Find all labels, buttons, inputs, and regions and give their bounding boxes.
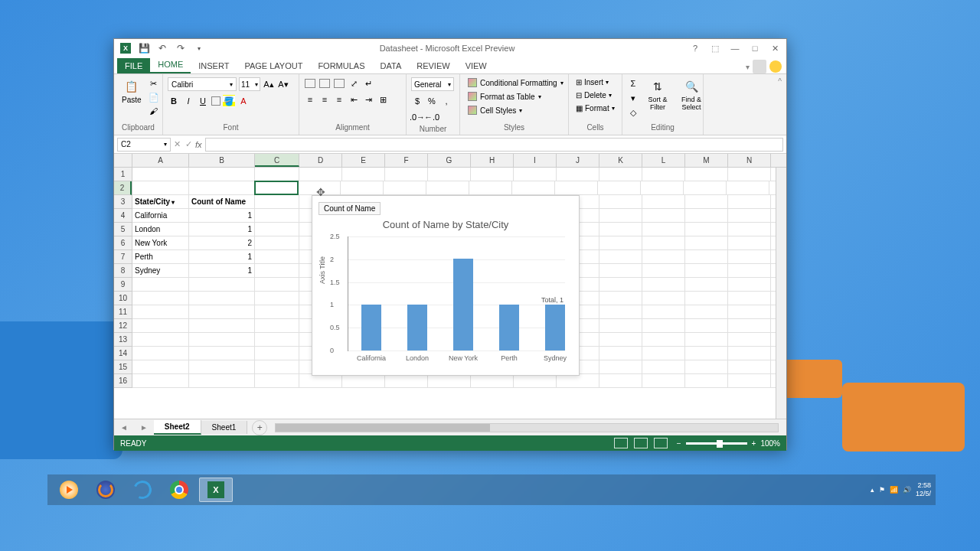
italic-button[interactable]: I: [182, 95, 194, 107]
formula-input[interactable]: [205, 138, 783, 152]
row-header[interactable]: 16: [114, 374, 132, 388]
cell[interactable]: [255, 223, 299, 236]
cell[interactable]: [426, 181, 469, 194]
column-header[interactable]: M: [685, 154, 728, 167]
cell[interactable]: [132, 319, 189, 332]
cell[interactable]: [514, 168, 557, 181]
format-as-table-button[interactable]: Format as Table▾: [465, 91, 544, 102]
cell[interactable]: [642, 168, 685, 181]
cell[interactable]: [598, 181, 641, 194]
fill-icon[interactable]: ▾: [627, 92, 639, 104]
font-family-combo[interactable]: Calibri▾: [168, 77, 237, 91]
cell[interactable]: [428, 374, 471, 387]
percent-icon[interactable]: %: [426, 95, 438, 107]
zoom-in-button[interactable]: +: [752, 439, 756, 448]
align-top-icon[interactable]: [304, 77, 316, 90]
cell[interactable]: [385, 168, 428, 181]
cell[interactable]: 2: [189, 236, 255, 249]
user-account-icon[interactable]: [753, 60, 766, 73]
tab-file[interactable]: FILE: [117, 58, 150, 73]
cell[interactable]: [728, 333, 771, 346]
column-header[interactable]: L: [642, 154, 685, 167]
cell[interactable]: [471, 374, 514, 387]
cell[interactable]: [727, 181, 769, 194]
cell[interactable]: Count of Name: [189, 195, 255, 208]
cell[interactable]: [642, 360, 685, 373]
cell[interactable]: [557, 374, 599, 387]
align-right-icon[interactable]: ≡: [333, 93, 345, 106]
wrap-text-icon[interactable]: ↵: [362, 77, 374, 90]
cell[interactable]: [642, 223, 685, 236]
cell[interactable]: [728, 250, 771, 263]
copy-icon[interactable]: 📄: [148, 91, 160, 103]
cell[interactable]: [599, 333, 642, 346]
vertical-scrollbar[interactable]: [776, 168, 786, 419]
cell[interactable]: [255, 250, 299, 263]
comma-icon[interactable]: ,: [440, 95, 452, 107]
column-header[interactable]: J: [557, 154, 599, 167]
conditional-formatting-button[interactable]: Conditional Formatting▾: [465, 77, 567, 88]
cell[interactable]: [342, 168, 385, 181]
cell[interactable]: [557, 168, 599, 181]
close-button[interactable]: ✕: [768, 44, 782, 54]
format-cells-button[interactable]: ▦Format▾: [573, 103, 617, 113]
cell[interactable]: [189, 319, 255, 332]
cell[interactable]: 1: [189, 264, 255, 277]
cell[interactable]: [132, 347, 189, 360]
cell[interactable]: [428, 168, 471, 181]
tab-insert[interactable]: INSERT: [191, 58, 237, 73]
cell[interactable]: [728, 195, 771, 208]
tray-network-icon[interactable]: 📶: [890, 486, 898, 494]
cell[interactable]: [642, 374, 685, 387]
cell[interactable]: [189, 360, 255, 373]
taskbar-firefox[interactable]: [89, 478, 122, 502]
cell[interactable]: [255, 319, 299, 332]
normal-view-button[interactable]: [614, 438, 628, 448]
cell[interactable]: [132, 278, 189, 291]
insert-cells-button[interactable]: ⊞Insert▾: [573, 77, 611, 87]
save-icon[interactable]: 💾: [137, 41, 151, 55]
cell[interactable]: [555, 181, 598, 194]
cell[interactable]: [642, 333, 685, 346]
font-color-button[interactable]: A: [237, 95, 250, 107]
sheet-tab-sheet1[interactable]: Sheet1: [201, 421, 248, 434]
cell[interactable]: [132, 333, 189, 346]
cell[interactable]: [255, 292, 299, 305]
cell[interactable]: [255, 360, 299, 373]
cell[interactable]: [255, 264, 299, 277]
redo-icon[interactable]: ↷: [174, 41, 188, 55]
row-header[interactable]: 11: [114, 305, 132, 319]
horizontal-scrollbar[interactable]: [275, 423, 779, 432]
cell[interactable]: [255, 333, 299, 346]
cell[interactable]: [684, 181, 727, 194]
column-header[interactable]: C: [255, 154, 299, 167]
cell[interactable]: [255, 305, 299, 318]
column-header[interactable]: B: [189, 154, 255, 167]
cell[interactable]: [642, 305, 685, 318]
cell[interactable]: [469, 181, 512, 194]
cell[interactable]: [728, 278, 771, 291]
taskbar-internet-explorer[interactable]: [126, 478, 159, 502]
column-header[interactable]: D: [299, 154, 342, 167]
cell[interactable]: 1: [189, 250, 255, 263]
underline-button[interactable]: U: [197, 95, 209, 107]
row-header[interactable]: 10: [114, 292, 132, 305]
cell[interactable]: [685, 264, 728, 277]
new-sheet-button[interactable]: +: [252, 420, 267, 435]
ribbon-options-icon[interactable]: ▾: [746, 63, 750, 71]
cell[interactable]: [132, 181, 189, 194]
column-header[interactable]: K: [599, 154, 642, 167]
undo-icon[interactable]: ↶: [155, 41, 169, 55]
titlebar[interactable]: X 💾 ↶ ↷ ▾ Datasheet - Microsoft Excel Pr…: [114, 39, 786, 57]
cell[interactable]: [599, 347, 642, 360]
cell[interactable]: State/City▾: [132, 195, 189, 208]
cell[interactable]: [685, 195, 728, 208]
column-header[interactable]: A: [132, 154, 189, 167]
name-box[interactable]: C2▾: [117, 138, 171, 152]
increase-indent-icon[interactable]: ⇥: [362, 93, 374, 106]
cell[interactable]: 1: [189, 209, 255, 222]
cell[interactable]: [599, 223, 642, 236]
zoom-slider[interactable]: [686, 442, 747, 445]
align-bottom-icon[interactable]: [333, 77, 345, 90]
cell[interactable]: [685, 347, 728, 360]
